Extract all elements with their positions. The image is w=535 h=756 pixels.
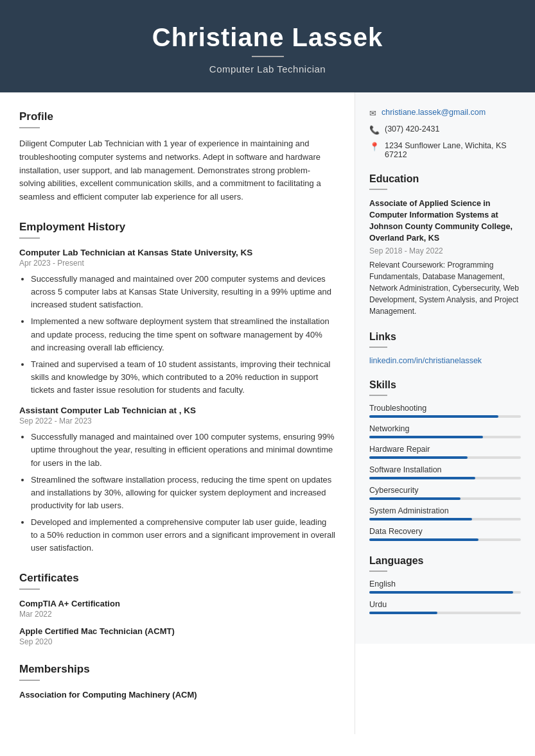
- phone-icon: 📞: [369, 125, 380, 135]
- languages-section: Languages English Urdu: [369, 555, 521, 614]
- skill-item: Cybersecurity: [369, 486, 521, 500]
- skill-label: Networking: [369, 424, 521, 433]
- memberships-divider: [19, 680, 40, 681]
- language-bar-background: [369, 591, 521, 594]
- cert-1-name: CompTIA A+ Certification: [19, 599, 335, 608]
- education-divider: [369, 189, 387, 190]
- certificates-section: Certificates CompTIA A+ Certification Ma…: [19, 572, 335, 646]
- skill-bar-background: [369, 497, 521, 500]
- skill-item: Networking: [369, 424, 521, 438]
- employment-divider: [19, 237, 40, 239]
- language-bar-fill: [369, 591, 513, 594]
- skill-bar-fill: [369, 436, 483, 438]
- skill-item: Troubleshooting: [369, 404, 521, 418]
- skill-label: Cybersecurity: [369, 486, 521, 495]
- skill-item: System Administration: [369, 506, 521, 520]
- list-item: Developed and implemented a comprehensiv…: [31, 516, 335, 554]
- cert-1-date: Mar 2022: [19, 610, 335, 619]
- education-title: Education: [369, 173, 521, 185]
- language-item: English: [369, 580, 521, 594]
- cert-2-name: Apple Certified Mac Technician (ACMT): [19, 626, 335, 636]
- language-label: English: [369, 580, 521, 588]
- job-1-bullets: Successfully managed and maintained over…: [19, 273, 335, 397]
- body-layout: Profile Diligent Computer Lab Technician…: [0, 92, 535, 734]
- profile-text: Diligent Computer Lab Technician with 1 …: [19, 137, 335, 204]
- linkedin-link[interactable]: linkedin.com/in/christianelassek: [369, 356, 482, 365]
- header-divider: [252, 56, 284, 57]
- address-text: 1234 Sunflower Lane, Wichita, KS 67212: [385, 141, 521, 159]
- edu-coursework: Relevant Coursework: Programming Fundame…: [369, 259, 521, 317]
- edu-dates: Sep 2018 - May 2022: [369, 246, 521, 255]
- header: Christiane Lassek Computer Lab Technicia…: [0, 0, 535, 92]
- memberships-title: Memberships: [19, 663, 335, 676]
- resume-wrapper: Christiane Lassek Computer Lab Technicia…: [0, 0, 535, 756]
- contact-phone: 📞 (307) 420-2431: [369, 125, 521, 135]
- contact-email: ✉ christiane.lassek@gmail.com: [369, 108, 521, 118]
- skill-label: Data Recovery: [369, 527, 521, 536]
- location-icon: 📍: [369, 142, 380, 151]
- profile-section: Profile Diligent Computer Lab Technician…: [19, 110, 335, 204]
- candidate-name: Christiane Lassek: [13, 23, 522, 52]
- cert-2: Apple Certified Mac Technician (ACMT) Se…: [19, 626, 335, 646]
- contact-section: ✉ christiane.lassek@gmail.com 📞 (307) 42…: [369, 108, 521, 159]
- list-item: Successfully managed and maintained over…: [31, 273, 335, 311]
- links-title: Links: [369, 331, 521, 343]
- list-item: Trained and supervised a team of 10 stud…: [31, 358, 335, 397]
- certificates-title: Certificates: [19, 572, 335, 585]
- skill-bar-background: [369, 415, 521, 418]
- skill-bar-fill: [369, 415, 498, 418]
- skill-bar-background: [369, 436, 521, 438]
- job-2-dates: Sep 2022 - Mar 2023: [19, 417, 335, 425]
- list-item: Successfully managed and maintained over…: [31, 431, 335, 469]
- links-divider: [369, 347, 387, 348]
- cert-2-date: Sep 2020: [19, 637, 335, 646]
- job-1: Computer Lab Technician at Kansas State …: [19, 248, 335, 397]
- list-item: Implemented a new software deployment sy…: [31, 315, 335, 354]
- skill-bar-fill: [369, 456, 468, 459]
- skill-label: Hardware Repair: [369, 445, 521, 454]
- employment-section: Employment History Computer Lab Technici…: [19, 221, 335, 555]
- job-2: Assistant Computer Lab Technician at , K…: [19, 406, 335, 554]
- employment-title: Employment History: [19, 221, 335, 234]
- edu-degree: Associate of Applied Science in Computer…: [369, 198, 521, 245]
- list-item: Streamlined the software installation pr…: [31, 474, 335, 512]
- job-1-title: Computer Lab Technician at Kansas State …: [19, 248, 335, 257]
- language-bar-background: [369, 612, 521, 614]
- skills-section: Skills Troubleshooting Networking Hardwa…: [369, 379, 521, 541]
- cert-1: CompTIA A+ Certification Mar 2022: [19, 599, 335, 619]
- skill-bar-fill: [369, 538, 478, 541]
- job-1-dates: Apr 2023 - Present: [19, 259, 335, 268]
- profile-divider: [19, 127, 40, 128]
- skill-item: Software Installation: [369, 465, 521, 479]
- links-section: Links linkedin.com/in/christianelassek: [369, 331, 521, 365]
- memberships-section: Memberships Association for Computing Ma…: [19, 663, 335, 700]
- skill-label: Software Installation: [369, 465, 521, 474]
- skill-bar-fill: [369, 518, 472, 520]
- skill-bar-fill: [369, 477, 475, 479]
- skills-divider: [369, 395, 387, 396]
- languages-list: English Urdu: [369, 580, 521, 614]
- language-item: Urdu: [369, 600, 521, 614]
- job-2-title: Assistant Computer Lab Technician at , K…: [19, 406, 335, 415]
- email-icon: ✉: [369, 108, 376, 118]
- language-bar-fill: [369, 612, 437, 614]
- skill-bar-background: [369, 518, 521, 520]
- language-label: Urdu: [369, 600, 521, 609]
- right-column: ✉ christiane.lassek@gmail.com 📞 (307) 42…: [355, 92, 535, 644]
- profile-title: Profile: [19, 110, 335, 123]
- languages-divider: [369, 571, 387, 572]
- membership-1-name: Association for Computing Machinery (ACM…: [19, 690, 335, 700]
- skill-item: Hardware Repair: [369, 445, 521, 459]
- languages-title: Languages: [369, 555, 521, 567]
- job-2-bullets: Successfully managed and maintained over…: [19, 431, 335, 554]
- left-column: Profile Diligent Computer Lab Technician…: [0, 92, 355, 734]
- certificates-divider: [19, 588, 40, 590]
- skill-label: System Administration: [369, 506, 521, 515]
- education-section: Education Associate of Applied Science i…: [369, 173, 521, 317]
- skill-bar-background: [369, 538, 521, 541]
- email-link[interactable]: christiane.lassek@gmail.com: [382, 108, 486, 117]
- skills-list: Troubleshooting Networking Hardware Repa…: [369, 404, 521, 541]
- skills-title: Skills: [369, 379, 521, 391]
- contact-address: 📍 1234 Sunflower Lane, Wichita, KS 67212: [369, 141, 521, 159]
- skill-bar-fill: [369, 497, 460, 500]
